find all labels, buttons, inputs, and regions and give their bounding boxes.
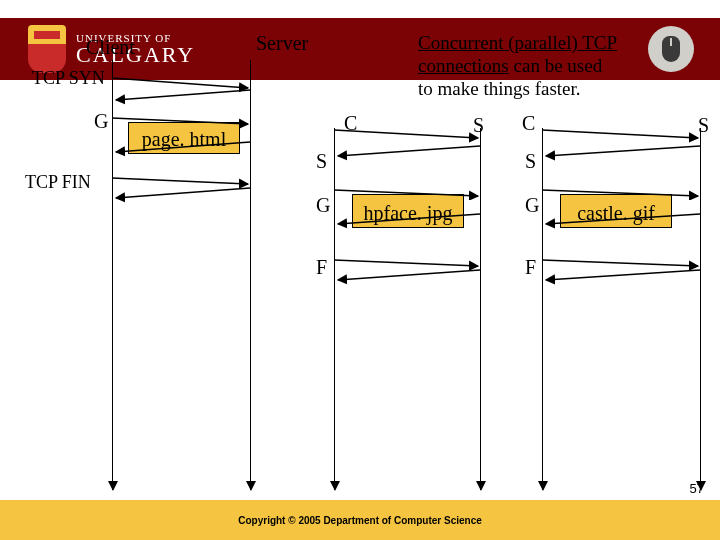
desc-l1a: Concurrent (parallel) TCP: [418, 32, 617, 53]
svg-line-12: [542, 130, 698, 138]
evt-f2: F: [316, 256, 327, 279]
evt-fin: TCP FIN: [25, 172, 91, 193]
msg-resp-2: [334, 208, 482, 238]
svg-line-14: [542, 190, 698, 196]
copyright-text: Copyright © 2005 Department of Computer …: [238, 515, 482, 526]
svg-line-17: [546, 270, 700, 280]
msg-get-1: [112, 100, 252, 130]
msg-fin-1b: [112, 180, 252, 210]
msg-get-2: [334, 170, 482, 200]
svg-line-5: [116, 188, 250, 198]
svg-line-1: [116, 90, 250, 100]
evt-g3: G: [525, 194, 539, 217]
role-client-1: Client: [86, 36, 135, 59]
role-server-1: Server: [256, 32, 308, 55]
evt-syn: TCP SYN: [32, 68, 105, 89]
msg-fin-3b: [542, 264, 702, 294]
svg-line-13: [546, 146, 700, 156]
svg-line-15: [546, 214, 700, 224]
desc-l1b: connections: [418, 55, 509, 76]
evt-c3: C: [522, 112, 535, 135]
svg-line-7: [338, 146, 480, 156]
evt-f3: F: [525, 256, 536, 279]
page-number: 57: [690, 481, 704, 496]
desc-l3: to make things faster.: [418, 78, 581, 99]
svg-line-8: [334, 190, 478, 196]
desc-l2: can be used: [509, 55, 602, 76]
msg-fin-2b: [334, 264, 482, 294]
msg-resp-3: [542, 208, 702, 238]
footer-banner: Copyright © 2005 Department of Computer …: [0, 500, 720, 540]
svg-line-9: [338, 214, 480, 224]
evt-s2: S: [316, 150, 327, 173]
msg-get-3: [542, 170, 702, 200]
svg-line-6: [334, 130, 478, 138]
evt-g1: G: [94, 110, 108, 133]
evt-g2: G: [316, 194, 330, 217]
svg-line-2: [112, 118, 248, 124]
description-text: Concurrent (parallel) TCP connections ca…: [418, 32, 708, 100]
msg-synack-3: [542, 142, 702, 172]
diagram-stage: Client Server TCP SYN G page. html TCP F…: [0, 0, 720, 540]
evt-s3: S: [525, 150, 536, 173]
svg-line-3: [116, 142, 250, 152]
svg-line-11: [338, 270, 480, 280]
msg-synack-2: [334, 142, 482, 172]
